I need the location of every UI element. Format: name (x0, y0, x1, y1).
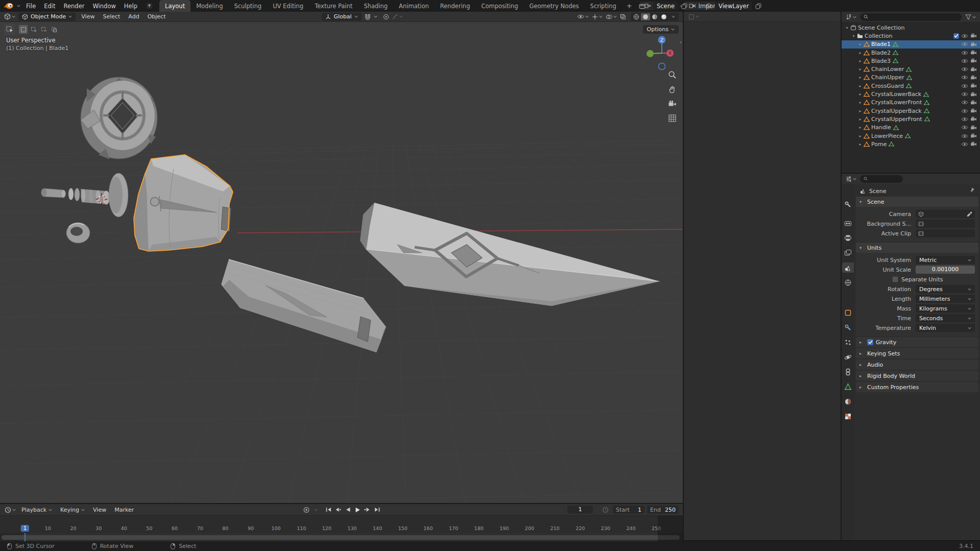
properties-search-input[interactable] (870, 176, 899, 182)
workspace-tab-sculpting[interactable]: Sculpting (228, 0, 267, 12)
current-frame-field[interactable]: 1 (567, 506, 593, 514)
unit-system-dropdown[interactable]: Metric (916, 256, 975, 264)
properties-tab-render[interactable] (842, 218, 854, 228)
jump-to-end-button[interactable] (372, 506, 381, 514)
menu-view[interactable]: View (89, 504, 110, 515)
scene-selector[interactable]: Scene (653, 2, 678, 10)
properties-tab-texture[interactable] (842, 411, 854, 421)
outliner-row-blade1[interactable]: ▸Blade1 (842, 40, 980, 49)
active-clip-picker[interactable] (916, 229, 975, 237)
viewport-canvas[interactable] (0, 22, 683, 503)
expand-toggle[interactable]: ▸ (857, 84, 864, 88)
properties-tab-constraints[interactable] (842, 367, 854, 377)
hide-in-viewport-toggle[interactable] (961, 33, 968, 39)
new-viewlayer-icon[interactable] (754, 3, 763, 9)
disable-in-renders-toggle[interactable] (970, 116, 977, 122)
object-visibility-dropdown[interactable] (576, 14, 590, 19)
disable-in-renders-toggle[interactable] (970, 75, 977, 80)
play-backwards-button[interactable] (343, 506, 352, 514)
workspace-tab-modeling[interactable]: Modeling (190, 0, 228, 12)
workspace-tab-layout[interactable]: Layout (159, 0, 190, 12)
blender-logo-icon[interactable] (0, 2, 15, 10)
orientation-selector[interactable]: Global (322, 13, 361, 21)
expand-toggle[interactable]: ▸ (857, 59, 864, 63)
outliner-row-blade3[interactable]: ▸Blade3 (842, 57, 980, 65)
pan-button[interactable] (668, 85, 677, 95)
editor-type-button[interactable] (687, 14, 701, 20)
keying-set-dropdown[interactable] (313, 509, 319, 511)
auto-keying-toggle[interactable] (301, 507, 311, 513)
gravity-checkbox[interactable] (867, 339, 873, 345)
outliner-row-lowerpiece[interactable]: ▸LowerPiece (842, 132, 980, 140)
hide-in-viewport-toggle[interactable] (961, 100, 968, 105)
hide-in-viewport-toggle[interactable] (961, 75, 968, 80)
outliner-row-chainlower[interactable]: ▸ChainLower (842, 65, 980, 73)
mesh-pommel-wheel[interactable] (81, 77, 157, 159)
temperature-dropdown[interactable]: Kelvin (916, 324, 975, 332)
gizmos-dropdown[interactable] (590, 14, 604, 20)
blender-menu-chevron-icon[interactable] (15, 5, 22, 7)
hide-in-viewport-toggle[interactable] (961, 141, 968, 147)
properties-tab-object-data[interactable] (842, 381, 854, 392)
navigation-gizmo[interactable]: Z X (641, 33, 682, 75)
mode-selector[interactable]: Object Mode (18, 13, 76, 21)
timeline-track[interactable] (0, 533, 683, 541)
outliner-row-handle[interactable]: ▸Handle (842, 124, 980, 132)
sidebar-toggle-arrow[interactable]: ‹ (680, 39, 682, 45)
menu-object[interactable]: Object (144, 12, 170, 21)
rotation-dropdown[interactable]: Degrees (916, 285, 975, 293)
shading-solid-button[interactable] (641, 13, 650, 20)
editor-type-button[interactable] (3, 13, 17, 20)
outliner-row-crystalupperfront[interactable]: ▸CrystalUpperFront (842, 115, 980, 123)
outliner-row-collection[interactable]: ▾Collection (842, 32, 980, 40)
frame-end-field[interactable]: End250 (647, 506, 679, 514)
select-mode-subtract-button[interactable] (39, 25, 48, 34)
workspace-tab-shading[interactable]: Shading (358, 0, 393, 12)
outliner-editor-type-button[interactable] (844, 14, 858, 20)
timeline-scrollbar[interactable] (2, 535, 680, 540)
workspace-tab-uv-editing[interactable]: UV Editing (267, 0, 309, 12)
properties-search-box[interactable] (860, 175, 903, 183)
disable-in-renders-toggle[interactable] (970, 125, 977, 130)
outliner-row-crystalupperback[interactable]: ▸CrystalUpperBack (842, 107, 980, 115)
expand-toggle[interactable]: ▸ (857, 92, 864, 97)
filter-button[interactable] (964, 14, 977, 20)
expand-toggle[interactable]: ▸ (857, 75, 864, 80)
disable-in-renders-toggle[interactable] (970, 67, 977, 72)
expand-toggle[interactable]: ▸ (857, 142, 864, 147)
disable-in-renders-toggle[interactable] (970, 133, 977, 138)
properties-tab-world[interactable] (842, 277, 854, 288)
unlink-scene-icon[interactable] (690, 4, 698, 8)
properties-tab-scene[interactable] (842, 262, 854, 273)
menu-help[interactable]: Help (120, 0, 141, 12)
disable-in-renders-toggle[interactable] (970, 108, 977, 113)
shading-dropdown[interactable] (668, 13, 678, 20)
hide-in-viewport-toggle[interactable] (961, 108, 968, 114)
pin-button[interactable] (969, 187, 975, 195)
properties-tab-modifiers[interactable] (842, 322, 854, 332)
playhead[interactable]: 1 (21, 525, 29, 532)
hide-in-viewport-toggle[interactable] (961, 116, 968, 122)
expand-toggle[interactable]: ▸ (857, 67, 864, 71)
timeline-editor-type-button[interactable] (3, 507, 17, 513)
panel-scene-header[interactable]: ▾ Scene (856, 197, 978, 207)
menu-playback[interactable]: Playback (17, 504, 56, 515)
viewlayer-selector[interactable]: ViewLayer (715, 2, 752, 10)
snap-toggle[interactable] (363, 14, 372, 20)
jump-to-next-keyframe-button[interactable] (363, 506, 372, 514)
outliner-row-blade2[interactable]: ▸Blade2 (842, 49, 980, 57)
menu-view[interactable]: View (77, 12, 99, 21)
expand-toggle[interactable]: ▸ (857, 100, 864, 105)
menu-keying[interactable]: Keying (56, 504, 89, 515)
outliner-search-box[interactable] (860, 13, 962, 21)
mass-dropdown[interactable]: Kilograms (916, 304, 975, 313)
outliner-row-crystallowerback[interactable]: ▸CrystalLowerBack (842, 90, 980, 98)
collection-checkbox[interactable] (953, 33, 959, 39)
properties-tab-material[interactable] (842, 396, 854, 406)
expand-toggle[interactable]: ▸ (857, 51, 864, 55)
time-dropdown[interactable]: Seconds (916, 314, 975, 322)
camera-view-button[interactable] (668, 100, 677, 109)
expand-toggle[interactable]: ▸ (857, 117, 864, 122)
workspace-tab-compositing[interactable]: Compositing (475, 0, 523, 12)
workspace-tab-geometry-nodes[interactable]: Geometry Nodes (524, 0, 585, 12)
